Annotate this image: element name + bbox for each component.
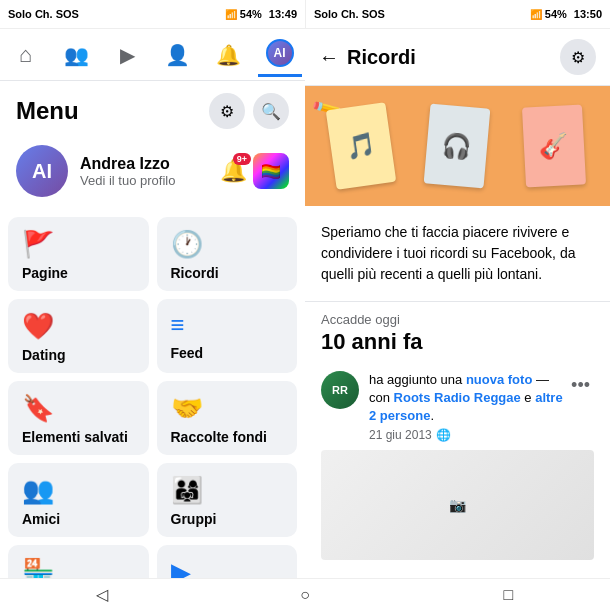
menu-item-amici[interactable]: 👥 Amici — [8, 463, 149, 537]
amici-label: Amici — [22, 511, 135, 527]
gear-icon: ⚙ — [220, 102, 234, 121]
user-avatar-nav: AI — [266, 39, 294, 67]
gruppi-icon: 👨‍👩‍👧 — [171, 477, 284, 503]
menu-item-raccolte-fondi[interactable]: 🤝 Raccolte fondi — [157, 381, 298, 455]
memory-post: RR ha aggiunto una nuova foto — con Root… — [305, 371, 610, 570]
memory-image: 📷 — [321, 450, 594, 560]
menu-grid: 🚩 Pagine 🕐 Ricordi ❤️ Dating ≡ Feed 🔖 El… — [0, 209, 305, 610]
nav-watch[interactable]: ▶ — [105, 33, 149, 77]
right-battery-pct: 54% — [545, 8, 567, 20]
nav-friends[interactable]: 👥 — [54, 33, 98, 77]
android-home-button[interactable]: ○ — [285, 586, 325, 604]
android-back-button[interactable]: ◁ — [82, 585, 122, 604]
left-status-bar: Solo Ch. SOS 📶 54% 13:49 — [0, 0, 305, 28]
more-options-button[interactable]: ••• — [567, 371, 594, 400]
amici-icon: 👥 — [22, 477, 135, 503]
ricordi-label: Ricordi — [171, 265, 284, 281]
banner-card-2: 🎧 — [424, 104, 491, 189]
pagine-icon: 🚩 — [22, 231, 135, 257]
menu-title: Menu — [16, 97, 79, 125]
menu-item-dating[interactable]: ❤️ Dating — [8, 299, 149, 373]
rainbow-badge: 🏳️‍🌈 — [253, 153, 289, 189]
bell-icon: 🔔 — [216, 43, 241, 67]
nav-profile[interactable]: 👤 — [156, 33, 200, 77]
elementi-salvati-icon: 🔖 — [22, 395, 135, 421]
menu-item-ricordi[interactable]: 🕐 Ricordi — [157, 217, 298, 291]
ricordi-banner: ✏️ 🎵 🎧 🎸 — [305, 86, 610, 206]
memory-post-date: 21 giu 2013 🌐 — [369, 428, 567, 442]
back-button[interactable]: ← Ricordi — [319, 46, 416, 69]
ricordi-intro-text: Speriamo che ti faccia piacere rivivere … — [305, 206, 610, 302]
raccolte-fondi-label: Raccolte fondi — [171, 429, 284, 445]
left-time: 13:49 — [269, 8, 297, 20]
settings-btn-right[interactable]: ⚙ — [560, 39, 596, 75]
search-button[interactable]: 🔍 — [253, 93, 289, 129]
android-nav: ◁ ○ □ — [0, 578, 610, 610]
home-icon: ⌂ — [19, 42, 32, 68]
nav-notifications[interactable]: 🔔 — [207, 33, 251, 77]
left-signal-icon: 📶 — [225, 9, 237, 20]
right-time: 13:50 — [574, 8, 602, 20]
menu-item-elementi-salvati[interactable]: 🔖 Elementi salvati — [8, 381, 149, 455]
profile-icon: 👤 — [165, 43, 190, 67]
ricordi-content: ✏️ 🎵 🎧 🎸 Speriamo che ti faccia piacere … — [305, 86, 610, 610]
menu-item-gruppi[interactable]: 👨‍👩‍👧 Gruppi — [157, 463, 298, 537]
right-status-bar: Solo Ch. SOS 📶 54% 13:50 — [305, 0, 610, 28]
notif-badge: 9+ — [233, 153, 251, 165]
menu-item-feed[interactable]: ≡ Feed — [157, 299, 298, 373]
pagine-label: Pagine — [22, 265, 135, 281]
left-battery-pct: 54% — [240, 8, 262, 20]
menu-item-pagine[interactable]: 🚩 Pagine — [8, 217, 149, 291]
left-carrier: Solo Ch. SOS — [8, 8, 79, 20]
anni-fa: 10 anni fa — [321, 329, 594, 355]
feed-icon: ≡ — [171, 313, 284, 337]
right-top-nav: ← Ricordi ⚙ — [305, 29, 610, 86]
dating-label: Dating — [22, 347, 135, 363]
notification-bell[interactable]: 🔔 9+ — [213, 151, 253, 191]
raccolte-fondi-icon: 🤝 — [171, 395, 284, 421]
user-name: Andrea Izzo — [80, 155, 213, 173]
memory-post-text: ha aggiunto una nuova foto — con Roots R… — [369, 371, 567, 426]
gruppi-label: Gruppi — [171, 511, 284, 527]
elementi-salvati-label: Elementi salvati — [22, 429, 135, 445]
ricordi-icon: 🕐 — [171, 231, 284, 257]
globe-icon: 🌐 — [436, 428, 451, 442]
android-recents-button[interactable]: □ — [488, 586, 528, 604]
search-icon: 🔍 — [261, 102, 281, 121]
banner-card-3: 🎸 — [522, 104, 586, 187]
profile-link[interactable]: Vedi il tuo profilo — [80, 173, 213, 188]
watch-icon: ▶ — [120, 43, 135, 67]
right-signal-icon: 📶 — [530, 9, 542, 20]
feed-label: Feed — [171, 345, 284, 361]
accadde-oggi-section: Accadde oggi 10 anni fa — [305, 302, 610, 371]
gear-icon-right: ⚙ — [571, 48, 585, 67]
right-carrier: Solo Ch. SOS — [314, 8, 385, 20]
avatar: AI — [16, 145, 68, 197]
back-arrow-icon: ← — [319, 46, 339, 69]
memory-post-avatar: RR — [321, 371, 359, 409]
page-title-right: Ricordi — [347, 46, 416, 69]
nav-menu[interactable]: AI — [258, 33, 302, 77]
dating-icon: ❤️ — [22, 313, 135, 339]
friends-icon: 👥 — [64, 43, 89, 67]
accadde-label: Accadde oggi — [321, 312, 594, 327]
settings-button[interactable]: ⚙ — [209, 93, 245, 129]
nav-home[interactable]: ⌂ — [3, 33, 47, 77]
banner-card-1: 🎵 — [326, 102, 397, 190]
